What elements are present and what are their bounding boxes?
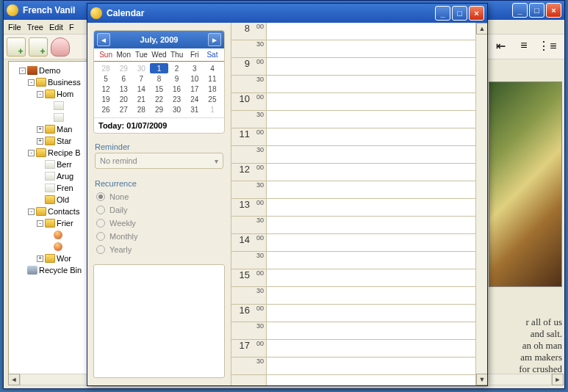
tree-expander[interactable]: + — [37, 126, 43, 133]
schedule-slot[interactable] — [267, 357, 475, 375]
date-cell[interactable]: 26 — [97, 104, 115, 115]
date-cell[interactable]: 27 — [115, 104, 132, 115]
schedule-slot[interactable] — [267, 199, 475, 217]
tree-expander[interactable]: + — [37, 255, 43, 262]
schedule-slot[interactable] — [267, 269, 475, 287]
tree[interactable]: -Demo-Business-Hom+Man+Star-Recipe BBerr… — [9, 62, 94, 279]
vscrollbar[interactable]: ▲ ▼ — [475, 23, 487, 385]
date-cell[interactable]: 30 — [132, 63, 150, 73]
date-cell[interactable]: 10 — [186, 73, 204, 84]
date-cell[interactable]: 19 — [97, 94, 115, 104]
scroll-right-icon[interactable]: ► — [552, 374, 564, 385]
tree-item[interactable]: -Frier — [10, 217, 93, 229]
date-cell[interactable]: 29 — [150, 104, 168, 115]
close-button[interactable]: × — [546, 3, 561, 18]
recurrence-option[interactable]: Weekly — [96, 219, 222, 228]
date-cell[interactable]: 30 — [168, 104, 186, 115]
schedule-slot[interactable] — [267, 252, 475, 269]
schedule-slot[interactable] — [267, 322, 475, 340]
date-cell[interactable]: 29 — [115, 63, 132, 73]
date-cell[interactable]: 2 — [168, 63, 186, 73]
schedule-slot[interactable] — [267, 305, 475, 322]
date-cell[interactable]: 12 — [97, 84, 115, 94]
date-grid[interactable]: 2829301234567891011121314151617181920212… — [94, 62, 224, 117]
schedule-slot[interactable] — [267, 164, 475, 181]
date-cell[interactable]: 24 — [186, 94, 204, 104]
maximize-button[interactable]: □ — [529, 3, 544, 18]
schedule-slot[interactable] — [267, 340, 475, 357]
tree-item[interactable]: -Recipe B — [10, 147, 93, 159]
date-cell[interactable]: 16 — [168, 84, 186, 94]
date-cell[interactable]: 4 — [204, 63, 221, 73]
schedule-slot[interactable] — [267, 111, 475, 128]
recurrence-option[interactable]: Daily — [96, 206, 222, 214]
date-cell[interactable]: 21 — [132, 94, 150, 104]
calendar-close-button[interactable]: × — [469, 6, 484, 21]
schedule-slot[interactable] — [267, 58, 475, 76]
list-icon[interactable]: ≡ — [514, 36, 533, 55]
schedule-slot[interactable] — [267, 93, 475, 111]
notes-input[interactable] — [93, 264, 225, 378]
tree-item[interactable]: Berr — [10, 159, 93, 170]
date-cell[interactable]: 25 — [204, 94, 221, 104]
tree-expander[interactable]: - — [28, 150, 35, 156]
recurrence-option[interactable]: Yearly — [96, 245, 222, 254]
date-cell[interactable]: 18 — [204, 84, 221, 94]
date-cell[interactable]: 6 — [115, 73, 132, 84]
bullets-icon[interactable]: ⋮≡ — [538, 36, 557, 55]
tree-expander[interactable]: - — [37, 220, 43, 227]
menu-edit[interactable]: Edit — [49, 23, 63, 32]
date-cell[interactable]: 11 — [204, 73, 221, 84]
date-cell[interactable]: 17 — [186, 84, 204, 94]
vscroll-track[interactable] — [476, 35, 487, 374]
tree-item[interactable]: -Business — [10, 76, 93, 88]
date-cell[interactable]: 7 — [132, 73, 150, 84]
date-cell[interactable]: 15 — [150, 84, 168, 94]
date-cell[interactable]: 28 — [97, 63, 115, 73]
menu-tree[interactable]: Tree — [27, 23, 43, 32]
tree-item[interactable] — [10, 112, 93, 123]
prev-month-button[interactable]: ◄ — [97, 33, 110, 46]
recurrence-option[interactable]: Monthly — [96, 232, 222, 241]
date-cell[interactable]: 1 — [204, 104, 221, 115]
tree-item[interactable] — [10, 229, 93, 241]
schedule-slot[interactable] — [267, 217, 475, 234]
tree-item[interactable]: Arug — [10, 170, 93, 182]
tree-item[interactable]: -Hom — [10, 88, 93, 100]
schedule-slots[interactable] — [267, 23, 475, 385]
schedule-slot[interactable] — [267, 181, 475, 199]
tree-item[interactable]: -Contacts — [10, 206, 93, 217]
tree-item[interactable]: Old — [10, 194, 93, 206]
date-cell[interactable]: 3 — [186, 63, 204, 73]
tree-item[interactable]: -Demo — [10, 65, 93, 76]
tree-expander[interactable]: - — [37, 91, 43, 98]
tree-item[interactable]: +Star — [10, 135, 93, 147]
date-cell[interactable]: 9 — [168, 73, 186, 84]
menu-file[interactable]: File — [8, 23, 21, 32]
menu-f[interactable]: F — [69, 23, 74, 32]
tree-item[interactable]: +Wor — [10, 253, 93, 264]
date-cell[interactable]: 23 — [168, 94, 186, 104]
date-cell[interactable]: 31 — [186, 104, 204, 115]
tree-expander[interactable]: + — [37, 138, 43, 145]
date-cell[interactable]: 22 — [150, 94, 168, 104]
tree-expander[interactable]: - — [28, 208, 35, 215]
minimize-button[interactable]: _ — [512, 3, 528, 18]
tree-expander[interactable]: - — [28, 79, 35, 86]
calendar-titlebar[interactable]: Calendar _ □ × — [87, 4, 487, 23]
tree-item[interactable] — [10, 100, 93, 112]
calendar-maximize-button[interactable]: □ — [452, 6, 467, 21]
date-cell[interactable]: 8 — [150, 73, 168, 84]
calendar-minimize-button[interactable]: _ — [435, 6, 450, 21]
schedule-slot[interactable] — [267, 76, 475, 93]
schedule-slot[interactable] — [267, 146, 475, 164]
tree-item[interactable]: Fren — [10, 182, 93, 194]
date-cell[interactable]: 28 — [132, 104, 150, 115]
today-label[interactable]: Today: 01/07/2009 — [94, 117, 224, 133]
schedule-slot[interactable] — [267, 234, 475, 252]
tree-expander[interactable]: - — [19, 68, 26, 74]
scroll-down-icon[interactable]: ▼ — [476, 374, 487, 385]
recurrence-option[interactable]: None — [96, 192, 222, 201]
tree-item[interactable] — [10, 241, 93, 253]
schedule-slot[interactable] — [267, 23, 475, 40]
